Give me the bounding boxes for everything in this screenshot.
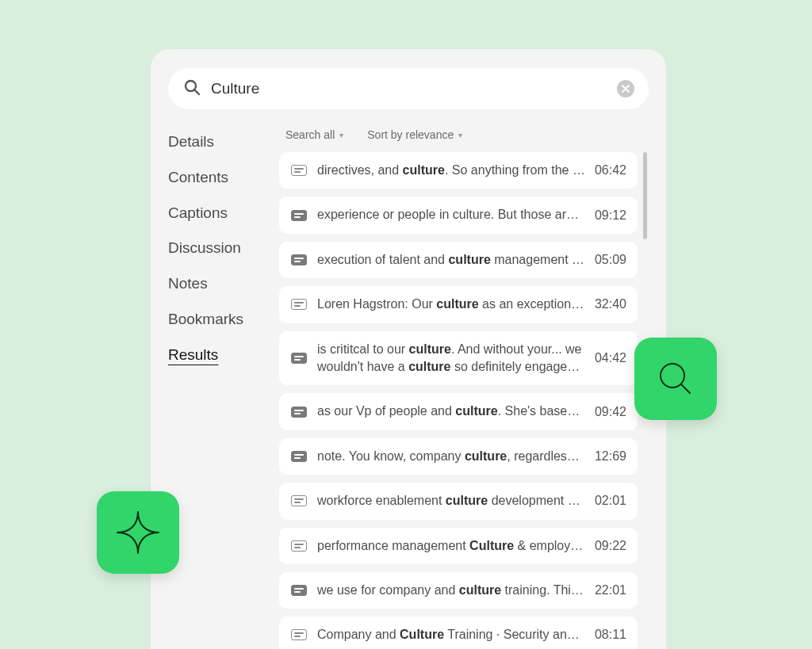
search-result[interactable]: Loren Hagstron: Our culture as an except… [279,286,638,323]
result-timestamp: 09:42 [595,405,626,419]
result-timestamp: 04:42 [595,351,626,365]
search-result[interactable]: we use for company and culture training.… [279,572,638,609]
sidebar-item-label: Details [168,133,214,150]
caption-icon [290,540,308,552]
search-result[interactable]: execution of talent and culture manageme… [279,242,638,278]
sidebar-item-label: Bookmarks [168,311,243,327]
sidebar-item-notes[interactable]: Notes [168,275,271,293]
caption-icon [290,210,308,221]
caption-icon [290,495,308,506]
search-badge [634,338,717,420]
search-result[interactable]: Company and Culture Training · Security … [279,617,638,649]
sidebar: DetailsContentsCaptionsDiscussionNotesBo… [168,128,271,649]
result-snippet: as our Vp of people and culture. She's b… [317,403,585,420]
result-snippet: is crititcal to our culture. And without… [317,341,585,376]
result-timestamp: 09:12 [595,208,626,223]
result-timestamp: 06:42 [595,163,626,178]
search-input[interactable] [211,80,607,97]
sidebar-item-label: Contents [168,169,228,185]
search-result[interactable]: performance management Culture & employe… [279,528,638,564]
sidebar-item-label: Notes [168,275,208,292]
search-result[interactable]: workforce enablement culture development… [279,483,638,519]
sort-label: Sort by relevance [367,128,454,141]
caption-icon [290,353,308,364]
caption-icon [290,451,308,462]
sidebar-item-results[interactable]: Results [168,346,271,365]
caption-icon [290,629,308,640]
svg-line-1 [195,90,199,94]
results-pane: Search all ▾ Sort by relevance ▾ directi… [279,128,649,649]
result-snippet: performance management Culture & employe… [317,537,585,555]
sort-dropdown[interactable]: Sort by relevance ▾ [367,128,462,141]
result-timestamp: 02:01 [595,494,626,508]
search-bar [168,68,649,109]
search-panel: DetailsContentsCaptionsDiscussionNotesBo… [151,49,666,649]
chevron-down-icon: ▾ [458,131,462,139]
sidebar-item-label: Captions [168,204,228,221]
search-result[interactable]: directives, and culture. So anything fro… [279,152,638,189]
caption-icon [290,299,308,310]
search-result[interactable]: experience or people in culture. But tho… [279,197,638,233]
result-snippet: workforce enablement culture development… [317,492,585,510]
search-results-list: directives, and culture. So anything fro… [279,152,649,649]
result-timestamp: 08:11 [595,628,626,642]
result-snippet: experience or people in culture. But tho… [317,206,585,223]
caption-icon [290,165,308,176]
sidebar-item-contents[interactable]: Contents [168,169,271,187]
svg-point-0 [186,81,196,91]
sidebar-item-label: Discussion [168,239,241,256]
chevron-down-icon: ▾ [339,131,343,139]
result-controls: Search all ▾ Sort by relevance ▾ [279,128,649,141]
scrollbar-thumb[interactable] [643,152,647,239]
result-snippet: Loren Hagstron: Our culture as an except… [317,296,585,313]
result-snippet: execution of talent and culture manageme… [317,251,585,269]
search-scope-dropdown[interactable]: Search all ▾ [285,128,343,141]
search-icon [182,78,201,100]
caption-icon [290,254,308,265]
result-timestamp: 09:22 [595,539,626,553]
search-scope-label: Search all [285,128,335,141]
sidebar-item-captions[interactable]: Captions [168,204,271,223]
sidebar-item-bookmarks[interactable]: Bookmarks [168,311,271,329]
result-snippet: note. You know, company culture, regardl… [317,448,585,465]
caption-icon [290,407,308,418]
result-snippet: we use for company and culture training.… [317,582,585,599]
result-snippet: directives, and culture. So anything fro… [317,162,585,179]
result-timestamp: 22:01 [595,583,626,597]
search-result[interactable]: note. You know, company culture, regardl… [279,438,638,475]
sidebar-item-details[interactable]: Details [168,133,271,151]
result-timestamp: 05:09 [595,253,626,267]
search-result[interactable]: is crititcal to our culture. And without… [279,331,638,386]
result-timestamp: 32:40 [595,297,626,311]
caption-icon [290,585,308,596]
sparkle-badge [97,491,179,574]
search-result[interactable]: as our Vp of people and culture. She's b… [279,393,638,429]
sidebar-item-discussion[interactable]: Discussion [168,239,271,258]
result-snippet: Company and Culture Training · Security … [317,626,585,643]
clear-search-button[interactable] [617,80,634,97]
result-timestamp: 12:69 [595,449,626,464]
sidebar-item-label: Results [168,346,218,363]
svg-line-3 [681,384,690,393]
